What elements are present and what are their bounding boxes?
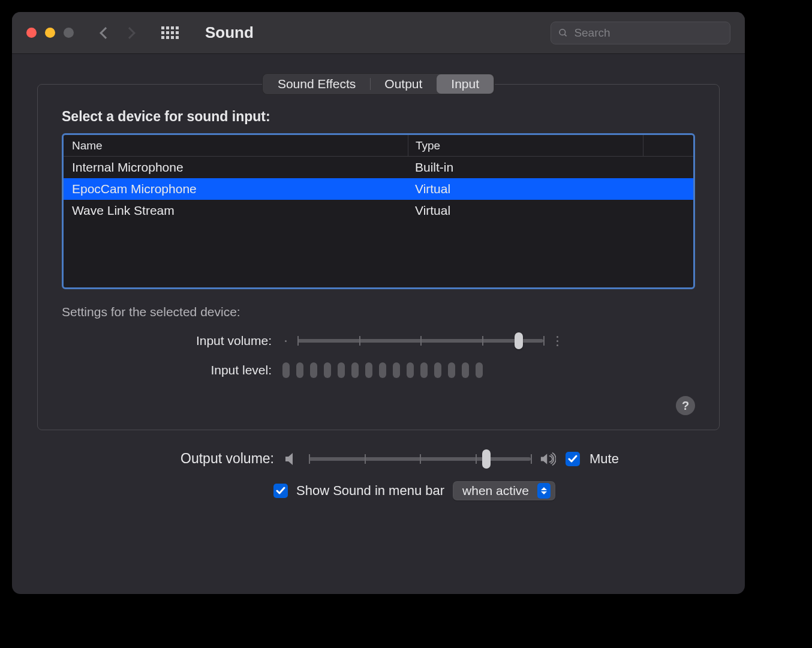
search-input[interactable] [573, 26, 723, 40]
microphone-high-icon [554, 336, 558, 346]
global-controls: Output volume: Mute [37, 451, 720, 500]
toolbar: Sound [12, 12, 745, 54]
minimize-icon[interactable] [45, 28, 55, 38]
microphone-low-icon [282, 340, 287, 342]
device-row[interactable]: Internal Microphone Built-in [64, 157, 693, 178]
device-name: Wave Link Stream [72, 203, 408, 218]
device-type: Virtual [408, 178, 685, 200]
speaker-mute-icon [284, 451, 299, 467]
back-button[interactable] [100, 27, 112, 39]
device-type: Virtual [408, 200, 685, 221]
device-list-header: Name Type [64, 135, 693, 157]
popup-stepper-icon [537, 483, 551, 499]
column-type[interactable]: Type [408, 135, 643, 156]
show-in-menubar-label: Show Sound in menu bar [296, 483, 444, 499]
menubar-mode-popup[interactable]: when active [453, 481, 555, 500]
column-name[interactable]: Name [72, 139, 408, 152]
show-all-button[interactable] [161, 26, 179, 39]
device-name: Internal Microphone [72, 160, 408, 175]
input-volume-slider[interactable] [297, 339, 543, 343]
content: Sound Effects Output Input Select a devi… [12, 54, 745, 594]
input-level-meter [282, 362, 483, 378]
nav-buttons [101, 29, 134, 37]
help-button[interactable]: ? [676, 396, 695, 415]
device-row[interactable]: Wave Link Stream Virtual [64, 200, 693, 221]
zoom-icon [64, 28, 74, 38]
device-name: EpocCam Microphone [72, 182, 408, 196]
output-volume-slider[interactable] [309, 457, 531, 461]
settings-label: Settings for the selected device: [62, 305, 695, 319]
window-title: Sound [205, 23, 254, 42]
tab-output[interactable]: Output [370, 74, 437, 94]
input-panel: Select a device for sound input: Name Ty… [37, 84, 720, 430]
select-device-label: Select a device for sound input: [62, 109, 695, 125]
search-field[interactable] [551, 22, 730, 44]
device-list[interactable]: Name Type Internal Microphone Built-in E… [62, 133, 695, 289]
tab-input[interactable]: Input [437, 74, 494, 94]
sound-preferences-window: Sound Sound Effects Output Input Select … [12, 12, 745, 594]
close-icon[interactable] [26, 28, 37, 38]
column-spacer [643, 135, 685, 156]
svg-line-1 [564, 34, 566, 36]
slider-thumb[interactable] [515, 332, 523, 349]
output-volume-label: Output volume: [37, 451, 274, 467]
mute-label: Mute [590, 451, 619, 467]
tab-bar: Sound Effects Output Input [262, 73, 495, 95]
tab-sound-effects[interactable]: Sound Effects [263, 74, 370, 94]
menubar-mode-value: when active [462, 484, 529, 498]
forward-button [124, 27, 136, 39]
device-type: Built-in [408, 157, 685, 178]
magnifying-glass-icon [558, 28, 568, 38]
mute-checkbox[interactable] [566, 452, 580, 466]
svg-point-0 [560, 29, 566, 35]
show-in-menubar-checkbox[interactable] [273, 484, 288, 498]
slider-thumb[interactable] [482, 449, 491, 469]
input-level-label: Input level: [62, 363, 272, 377]
input-volume-label: Input volume: [62, 334, 272, 348]
window-controls [26, 28, 74, 38]
speaker-loud-icon [540, 451, 556, 467]
device-row[interactable]: EpocCam Microphone Virtual [64, 178, 693, 200]
